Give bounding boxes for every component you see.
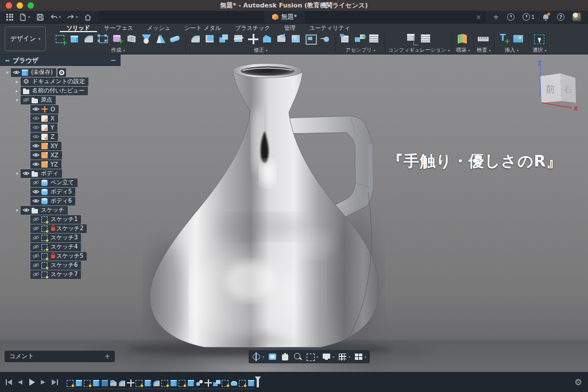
insert-dropdown[interactable]: 挿入 ▾ [505,46,519,54]
browser-header[interactable]: ◂◂ ブラウザ − [0,55,121,66]
tree-row[interactable]: ▾ボディ [0,169,121,178]
tree-row[interactable]: スケッチ5 [0,251,121,261]
tree-item[interactable]: ペン立て [30,178,78,187]
new-component-button[interactable] [339,32,353,46]
tree-item[interactable]: XY [30,142,61,150]
tree-item[interactable]: ⚙ドキュメントの設定 [21,77,88,86]
tree-item[interactable]: ボディ5 [30,188,75,196]
tree-row[interactable]: Z [0,132,121,141]
tree-item[interactable]: スケッチ [21,206,68,215]
timeline-feature-chamfer[interactable] [110,379,117,387]
modify-dropdown[interactable]: 修正 ▾ [254,46,268,54]
fit-icon[interactable] [306,352,315,361]
create-sketch-button[interactable] [53,32,68,46]
orbit-icon[interactable] [252,352,261,361]
timeline-marker[interactable] [257,377,259,387]
tree-row[interactable]: スケッチ4 [0,242,121,251]
pipe-button[interactable] [168,32,183,46]
tree-row[interactable]: スケッチ6 [0,261,121,270]
draft-button[interactable] [275,32,289,46]
chevron-down-icon[interactable]: ▾ [316,355,318,359]
visibility-eye-icon[interactable] [32,134,40,139]
configuration-dropdown[interactable]: コンフィギュレーション ▾ [388,46,450,54]
press-pull-button[interactable] [318,32,332,46]
ribbon-tab[interactable]: プラスチック [228,24,277,32]
visibility-eye-icon[interactable] [32,253,40,259]
timeline-feature-extrude[interactable] [187,379,195,387]
timeline-feature-extrude[interactable] [170,379,177,387]
tree-item[interactable]: スケッチ2 [30,224,87,233]
timeline-feature-move[interactable] [127,379,134,387]
tree-row[interactable]: ▸⚙ドキュメントの設定 [0,77,121,86]
view-cube[interactable]: Z 前 右 X [527,59,580,114]
tree-item[interactable]: ボディ6 [30,197,75,205]
configure-button[interactable] [405,32,419,46]
visibility-eye-icon[interactable] [32,161,40,167]
timeline-feature-extrude[interactable] [92,379,100,387]
visibility-eye-icon[interactable] [22,97,30,103]
create-dropdown[interactable]: 作成 ▾ [111,46,125,54]
tree-row[interactable]: XZ [0,150,121,160]
insert-text-button[interactable] [497,32,512,46]
timeline-feature-sketch[interactable] [136,379,143,387]
timeline-feature-move[interactable] [204,379,212,387]
joint-button[interactable] [353,32,368,46]
go-to-start-button[interactable] [5,378,13,386]
visibility-eye-icon[interactable] [32,262,40,268]
new-document-tab-button[interactable]: + [493,13,499,21]
expand-caret-icon[interactable]: ▸ [13,88,21,94]
visibility-eye-icon[interactable] [32,198,40,204]
visibility-eye-icon[interactable] [32,226,40,231]
ribbon-tab[interactable]: サーフェス [97,24,140,32]
select-button[interactable] [532,32,547,46]
tree-row[interactable]: ▾スケッチ [0,205,121,215]
document-tab[interactable]: 無題* [264,11,305,23]
fillet-button[interactable] [189,32,203,46]
timeline-feature-extrude[interactable] [144,379,152,387]
timeline-feature-extrude[interactable] [75,379,83,387]
timeline-feature-sketch[interactable] [67,379,74,387]
save-button[interactable] [34,12,46,22]
capture-state-button[interactable] [57,68,66,77]
tree-row[interactable]: ▾(未保存) [0,68,121,77]
visibility-eye-icon[interactable] [32,180,40,185]
sweep-button[interactable] [125,32,140,46]
tree-item[interactable]: Y [30,123,57,132]
visibility-eye-icon[interactable] [22,207,30,213]
display-settings-icon[interactable] [322,352,331,361]
visibility-eye-icon[interactable] [32,216,40,222]
minimize-panel-icon[interactable]: − [110,56,116,64]
job-status-button[interactable] [507,13,514,21]
undo-button[interactable]: ▾ [48,12,63,22]
tree-item[interactable]: スケッチ5 [30,252,87,261]
add-comment-button[interactable]: + [105,352,110,360]
expand-caret-icon[interactable]: ▾ [3,70,11,75]
chevron-down-icon[interactable]: ▾ [262,355,264,359]
chevron-down-icon[interactable]: ▾ [365,355,366,359]
timeline-feature-sketch[interactable] [179,379,186,387]
step-forward-button[interactable] [39,378,47,386]
home-button[interactable] [82,12,94,22]
timeline-feature-join[interactable] [101,379,109,387]
inspect-dropdown[interactable]: 検査 ▾ [477,46,491,54]
visibility-eye-icon[interactable] [32,189,40,195]
tree-item[interactable]: ボディ [21,169,62,178]
tree-row[interactable]: スケッチ7 [0,270,121,279]
tree-item[interactable]: O [30,105,59,114]
combine-button[interactable] [218,32,232,46]
construct-plane-button[interactable] [456,32,470,46]
help-button[interactable]: ? [557,13,564,21]
tree-row[interactable]: ボディ5 [0,187,121,196]
timeline-feature-extrude[interactable] [247,379,255,387]
visibility-eye-icon[interactable] [13,69,20,75]
expand-caret-icon[interactable]: ▾ [13,171,21,176]
look-at-icon[interactable] [268,352,277,361]
tree-row[interactable]: YZ [0,160,121,169]
tree-item[interactable]: スケッチ1 [30,215,81,224]
visibility-eye-icon[interactable] [32,244,40,250]
visibility-eye-icon[interactable] [32,152,40,158]
configuration-table-button[interactable] [419,32,434,46]
tree-row[interactable]: XY [0,141,121,150]
timeline-feature-combine[interactable] [213,379,220,387]
notifications-button[interactable] [543,14,549,20]
